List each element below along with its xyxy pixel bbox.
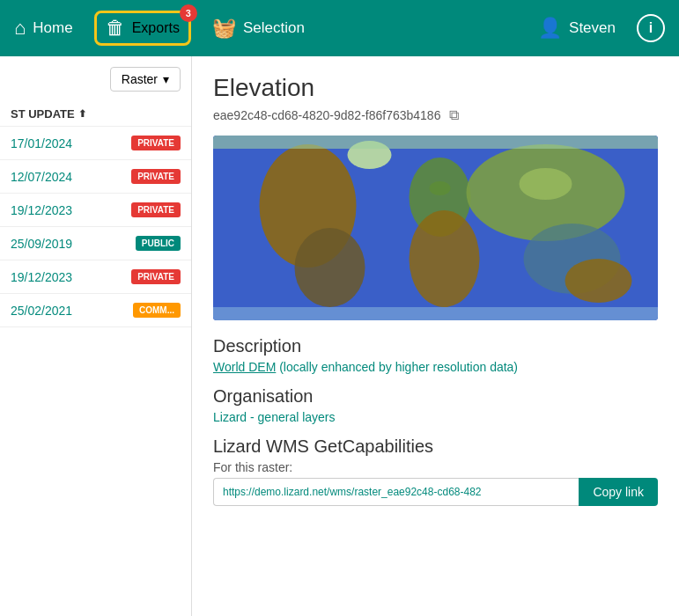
user-label: Steven bbox=[569, 19, 616, 37]
status-badge: PRIVATE bbox=[131, 269, 181, 284]
copy-uuid-icon[interactable]: ⧉ bbox=[449, 107, 459, 123]
list-item[interactable]: 17/01/2024 PRIVATE bbox=[0, 127, 191, 160]
wms-url-display: https://demo.lizard.net/wms/raster_eae92… bbox=[213, 478, 579, 506]
exports-label: Exports bbox=[132, 20, 180, 36]
uuid-row: eae92c48-cd68-4820-9d82-f86f763b4186 ⧉ bbox=[213, 107, 658, 123]
navbar: ⌂ Home 3 🗑 Exports 🧺 Selection 👤 Steven … bbox=[0, 0, 679, 56]
map-thumbnail bbox=[213, 136, 658, 320]
list-item[interactable]: 25/02/2021 COMM... bbox=[0, 294, 191, 327]
nav-home[interactable]: ⌂ Home bbox=[14, 17, 73, 40]
svg-point-2 bbox=[295, 228, 365, 307]
description-text: World DEM (locally enhanced by higher re… bbox=[213, 360, 658, 374]
svg-point-7 bbox=[565, 259, 632, 303]
selection-label: Selection bbox=[243, 19, 305, 37]
list-header: ST UPDATE ⬆ bbox=[0, 102, 191, 127]
nav-exports[interactable]: 3 🗑 Exports bbox=[94, 11, 191, 46]
page-title: Elevation bbox=[213, 74, 658, 102]
exports-icon: 🗑 bbox=[106, 17, 125, 40]
main-layout: Raster ▾ ST UPDATE ⬆ 17/01/2024 PRIVATE … bbox=[0, 56, 679, 616]
status-badge: PRIVATE bbox=[131, 202, 181, 217]
item-date: 19/12/2023 bbox=[11, 203, 72, 217]
wms-sub: For this raster: bbox=[213, 460, 658, 474]
description-link[interactable]: World DEM bbox=[213, 360, 276, 374]
home-label: Home bbox=[33, 19, 72, 37]
item-date: 25/09/2019 bbox=[11, 237, 72, 251]
sort-icon: ⬆ bbox=[78, 108, 86, 120]
nav-selection[interactable]: 🧺 Selection bbox=[212, 17, 305, 40]
raster-filter-label: Raster bbox=[122, 72, 158, 86]
exports-badge: 3 bbox=[180, 4, 197, 22]
selection-icon: 🧺 bbox=[212, 17, 236, 40]
user-icon: 👤 bbox=[538, 17, 562, 40]
sidebar-filter: Raster ▾ bbox=[0, 67, 191, 102]
description-heading: Description bbox=[213, 336, 658, 356]
svg-rect-10 bbox=[213, 307, 658, 320]
info-label: i bbox=[649, 20, 653, 36]
organisation-heading: Organisation bbox=[213, 386, 658, 407]
organisation-text: Lizard - general layers bbox=[213, 410, 658, 424]
info-button[interactable]: i bbox=[637, 14, 665, 42]
item-date: 25/02/2021 bbox=[11, 304, 72, 318]
sidebar: Raster ▾ ST UPDATE ⬆ 17/01/2024 PRIVATE … bbox=[0, 56, 192, 616]
item-date: 17/01/2024 bbox=[11, 136, 72, 150]
item-date: 19/12/2023 bbox=[11, 270, 72, 284]
list-item[interactable]: 19/12/2023 PRIVATE bbox=[0, 260, 191, 294]
uuid-text: eae92c48-cd68-4820-9d82-f86f763b4186 bbox=[213, 108, 440, 122]
wms-url-row: https://demo.lizard.net/wms/raster_eae92… bbox=[213, 478, 658, 506]
item-date: 12/07/2024 bbox=[11, 170, 72, 184]
status-badge: PRIVATE bbox=[131, 169, 181, 184]
svg-point-12 bbox=[430, 181, 451, 195]
status-badge: PUBLIC bbox=[136, 236, 181, 251]
wms-heading: Lizard WMS GetCapabilities bbox=[213, 436, 658, 457]
content-panel: Elevation eae92c48-cd68-4820-9d82-f86f76… bbox=[192, 56, 679, 616]
nav-user[interactable]: 👤 Steven bbox=[538, 17, 616, 40]
raster-filter-button[interactable]: Raster ▾ bbox=[110, 67, 181, 92]
description-suffix: (locally enhanced by higher resolution d… bbox=[276, 360, 518, 374]
list-item[interactable]: 12/07/2024 PRIVATE bbox=[0, 160, 191, 194]
column-header-label: ST UPDATE bbox=[11, 107, 75, 121]
list-item[interactable]: 25/09/2019 PUBLIC bbox=[0, 227, 191, 260]
home-icon: ⌂ bbox=[14, 17, 26, 40]
raster-filter-arrow: ▾ bbox=[163, 72, 169, 86]
copy-link-button[interactable]: Copy link bbox=[579, 478, 658, 506]
list-item[interactable]: 19/12/2023 PRIVATE bbox=[0, 194, 191, 227]
svg-point-4 bbox=[410, 210, 480, 307]
svg-point-11 bbox=[520, 168, 572, 200]
status-badge: COMM... bbox=[133, 303, 181, 318]
svg-rect-9 bbox=[213, 136, 658, 149]
status-badge: PRIVATE bbox=[131, 136, 181, 150]
